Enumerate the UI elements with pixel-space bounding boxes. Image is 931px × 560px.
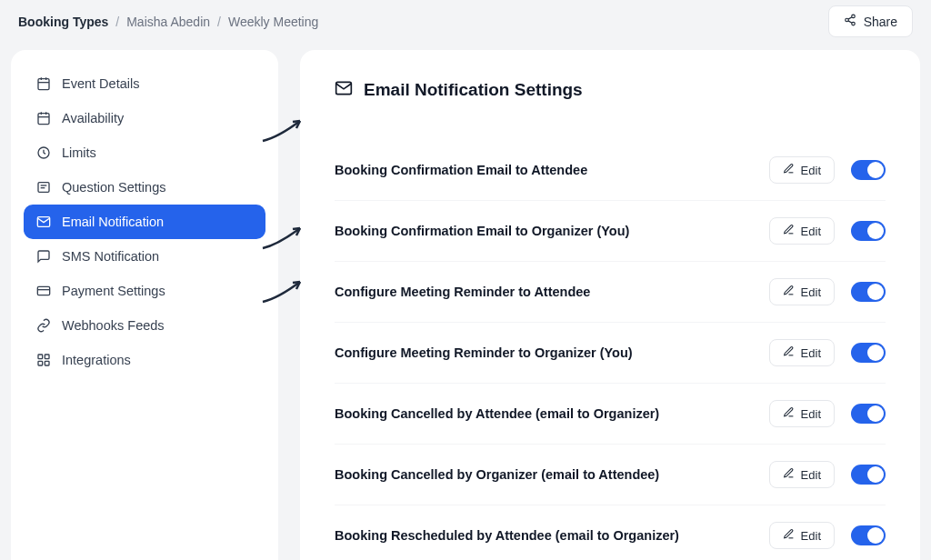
enable-toggle[interactable]: [851, 282, 886, 302]
svg-point-1: [845, 18, 848, 22]
toggle-knob: [867, 405, 884, 422]
svg-rect-18: [37, 286, 49, 295]
sidebar-item-label: Event Details: [62, 76, 139, 91]
setting-row: Booking Cancelled by Attendee (email to …: [335, 384, 886, 445]
setting-label: Booking Confirmation Email to Organizer …: [335, 224, 629, 238]
sidebar-item-email-notification[interactable]: Email Notification: [24, 205, 265, 239]
main-panel: Email Notification Settings Booking Conf…: [300, 50, 920, 560]
edit-label: Edit: [801, 468, 821, 482]
svg-rect-5: [38, 79, 49, 90]
toggle-knob: [867, 223, 884, 239]
sidebar-item-payment-settings[interactable]: Payment Settings: [24, 274, 265, 308]
sidebar-item-sms-notification[interactable]: SMS Notification: [24, 239, 265, 274]
integrations-icon: [36, 353, 51, 367]
breadcrumb-separator: /: [115, 15, 119, 29]
setting-label: Booking Cancelled by Organizer (email to…: [335, 467, 659, 482]
setting-label: Configure Meeting Reminder to Organizer …: [335, 345, 633, 360]
calendar-icon: [36, 76, 51, 91]
edit-button[interactable]: Edit: [769, 522, 835, 549]
setting-row: Booking Rescheduled by Attendee (email t…: [335, 505, 886, 560]
sidebar-item-event-details[interactable]: Event Details: [24, 66, 265, 101]
toggle-knob: [867, 345, 884, 361]
sidebar-item-webhooks-feeds[interactable]: Webhooks Feeds: [24, 308, 265, 343]
enable-toggle[interactable]: [851, 525, 886, 545]
link-icon: [36, 318, 51, 333]
share-label: Share: [864, 15, 897, 29]
sidebar-item-label: SMS Notification: [62, 249, 159, 264]
edit-label: Edit: [801, 529, 821, 543]
edit-icon: [783, 224, 795, 238]
edit-icon: [783, 467, 795, 482]
svg-rect-23: [45, 361, 49, 365]
edit-icon: [783, 345, 795, 360]
mail-icon: [36, 215, 51, 229]
svg-rect-9: [38, 114, 49, 125]
sidebar-item-availability[interactable]: Availability: [24, 101, 265, 135]
enable-toggle[interactable]: [851, 160, 886, 180]
settings-list: Booking Confirmation Email to AttendeeEd…: [335, 140, 886, 560]
sidebar-item-limits[interactable]: Limits: [24, 135, 265, 170]
sms-icon: [36, 249, 51, 264]
sidebar-item-integrations[interactable]: Integrations: [24, 343, 265, 377]
sidebar-item-label: Payment Settings: [62, 284, 165, 298]
page-title: Email Notification Settings: [364, 80, 583, 100]
svg-point-2: [851, 22, 855, 25]
edit-icon: [783, 163, 795, 177]
setting-row: Configure Meeting Reminder to Organizer …: [335, 323, 886, 384]
setting-label: Booking Confirmation Email to Attendee: [335, 163, 587, 177]
setting-row: Booking Cancelled by Organizer (email to…: [335, 445, 886, 505]
setting-label: Booking Rescheduled by Attendee (email t…: [335, 528, 679, 543]
breadcrumb-page[interactable]: Weekly Meeting: [228, 15, 318, 29]
sidebar-item-label: Question Settings: [62, 180, 165, 195]
svg-rect-22: [38, 361, 43, 365]
edit-label: Edit: [801, 225, 821, 238]
toggle-knob: [867, 284, 884, 300]
edit-button[interactable]: Edit: [769, 278, 835, 305]
toggle-knob: [867, 162, 884, 178]
svg-rect-20: [38, 355, 43, 359]
calendar-icon: [36, 111, 51, 125]
edit-label: Edit: [801, 346, 821, 360]
edit-button[interactable]: Edit: [769, 217, 835, 245]
share-button[interactable]: Share: [828, 5, 913, 37]
edit-button[interactable]: Edit: [769, 339, 835, 366]
breadcrumb: Booking Types / Maisha Abedin / Weekly M…: [18, 15, 318, 29]
sidebar-item-label: Availability: [62, 111, 124, 125]
enable-toggle[interactable]: [851, 343, 886, 363]
edit-button[interactable]: Edit: [769, 156, 835, 184]
enable-toggle[interactable]: [851, 404, 886, 424]
enable-toggle[interactable]: [851, 221, 886, 241]
mail-icon: [335, 79, 353, 100]
sidebar: Event DetailsAvailabilityLimitsQuestion …: [11, 50, 278, 560]
edit-icon: [783, 406, 795, 421]
sidebar-item-label: Email Notification: [62, 215, 164, 229]
enable-toggle[interactable]: [851, 465, 886, 485]
sidebar-item-question-settings[interactable]: Question Settings: [24, 170, 265, 205]
setting-row: Configure Meeting Reminder to AttendeeEd…: [335, 262, 886, 323]
breadcrumb-user[interactable]: Maisha Abedin: [126, 15, 210, 29]
clock-icon: [36, 145, 51, 160]
sidebar-item-label: Webhooks Feeds: [62, 318, 165, 333]
question-icon: [36, 180, 51, 195]
share-icon: [844, 14, 856, 29]
sidebar-item-label: Limits: [62, 145, 96, 160]
setting-row: Booking Confirmation Email to Organizer …: [335, 201, 886, 262]
svg-line-4: [848, 17, 852, 19]
setting-label: Configure Meeting Reminder to Attendee: [335, 285, 590, 299]
toggle-knob: [867, 527, 884, 544]
edit-button[interactable]: Edit: [769, 400, 835, 427]
edit-icon: [783, 285, 795, 299]
setting-row: Booking Confirmation Email to AttendeeEd…: [335, 140, 886, 201]
svg-point-0: [851, 15, 855, 18]
sidebar-item-label: Integrations: [62, 353, 131, 367]
setting-label: Booking Cancelled by Attendee (email to …: [335, 406, 659, 421]
breadcrumb-root[interactable]: Booking Types: [18, 15, 108, 29]
edit-icon: [783, 528, 795, 543]
edit-button[interactable]: Edit: [769, 461, 835, 488]
payment-icon: [36, 284, 51, 298]
toggle-knob: [867, 466, 884, 483]
edit-label: Edit: [801, 164, 821, 177]
svg-rect-21: [45, 355, 49, 359]
svg-line-3: [848, 21, 852, 23]
breadcrumb-separator: /: [217, 15, 221, 29]
